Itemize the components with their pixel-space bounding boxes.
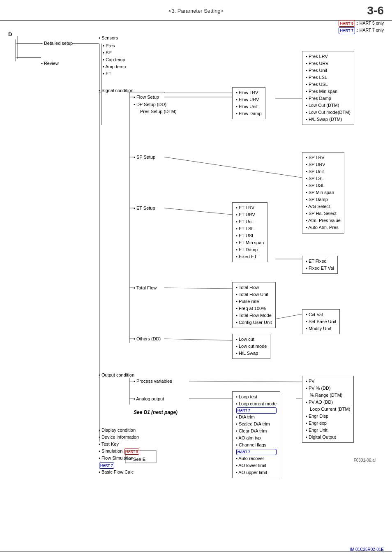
sensors-subitems: • Pres • SP • Cap temp • Amp temp • ET <box>103 42 126 77</box>
dp-setup-item: • DP Setup (DD) Pres Setup (DTM) <box>134 101 177 115</box>
svg-line-25 <box>164 157 302 178</box>
svg-line-28 <box>164 288 232 289</box>
pv-items-box: • PV • PV % (DD) % Range (DTM) • PV AO (… <box>302 376 354 443</box>
page-header: <3. Parameter Setting> 3-6 <box>0 0 392 21</box>
svg-line-30 <box>164 339 232 340</box>
sp-setup-item: • SP Setup <box>134 154 155 161</box>
page-number: 3-6 <box>367 4 384 17</box>
hart5-inline-badge: HART 5 <box>124 449 139 455</box>
hart7-badge-channel: HART 7 <box>236 449 277 455</box>
process-variables-item: • Process variables <box>134 378 172 385</box>
hart7-badge-loop: HART 7 <box>236 407 277 414</box>
simulation-item: • Simulation HART 5 <box>99 448 139 455</box>
analog-output-items: • Loop test • Loop current mode HART 7 •… <box>232 391 280 478</box>
review-item: • Review <box>41 60 73 67</box>
svg-line-34 <box>189 381 302 382</box>
total-flow-items-box: • Total Flow • Total Flow Unit • Pulse r… <box>232 282 276 328</box>
figure-id: F0301-06.ai <box>0 458 376 462</box>
sp-items-box: • SP LRV • SP URV • SP Unit • SP LSL • S… <box>302 152 344 234</box>
im-id: IM 01C25R02-01E <box>350 547 384 552</box>
others-items-box: • Low cut • Low cut mode • H/L Swap <box>232 334 270 359</box>
main-content: D • Detailed setup • Review • Sensors • … <box>0 25 392 479</box>
flow-items-box: • Flow LRV • Flow URV • Flow Unit • Flow… <box>232 87 265 119</box>
see-d1-item: See D1 (next page) <box>134 409 178 415</box>
hart7-inline-badge-flow: HART 7 <box>99 462 114 469</box>
analog-output-item: • Analog output <box>134 395 164 402</box>
svg-line-29 <box>275 314 302 319</box>
page-title: <3. Parameter Setting> <box>168 8 224 14</box>
sensors-group: • Sensors • Pres • SP • Cap temp • Amp t… <box>99 35 126 77</box>
bottom-items: • Display condition • Device information… <box>99 427 139 476</box>
tree-diagram: D • Detailed setup • Review • Sensors • … <box>8 26 382 458</box>
et-setup-item: • ET Setup <box>134 205 155 212</box>
signal-condition-item: • Signal condition <box>99 87 134 94</box>
pres-items-box: • Pres LRV • Pres URV • Pres Unit • Pres… <box>302 51 354 125</box>
svg-line-26 <box>164 208 232 215</box>
page-footer: IM 01C25R02-01E <box>0 551 392 555</box>
col1-items: • Detailed setup • Review <box>41 40 73 67</box>
cvt-val-box: • Cvt Val • Set Base Unit • Modify Unit <box>302 309 340 334</box>
output-condition-item: • Output condition <box>99 372 134 379</box>
others-item: • Others (DD) <box>134 335 161 342</box>
detailed-setup-item: • Detailed setup <box>41 40 73 47</box>
et-items-box: • ET LRV • ET URV • ET Unit • ET LSL • E… <box>232 202 267 262</box>
total-flow-item: • Total Flow <box>134 284 157 291</box>
flow-setup-item: • Flow Setup <box>134 94 159 101</box>
et-fixed-box: • ET Fixed • Fixed ET Val <box>302 256 338 274</box>
section-d-label: D <box>8 31 12 37</box>
